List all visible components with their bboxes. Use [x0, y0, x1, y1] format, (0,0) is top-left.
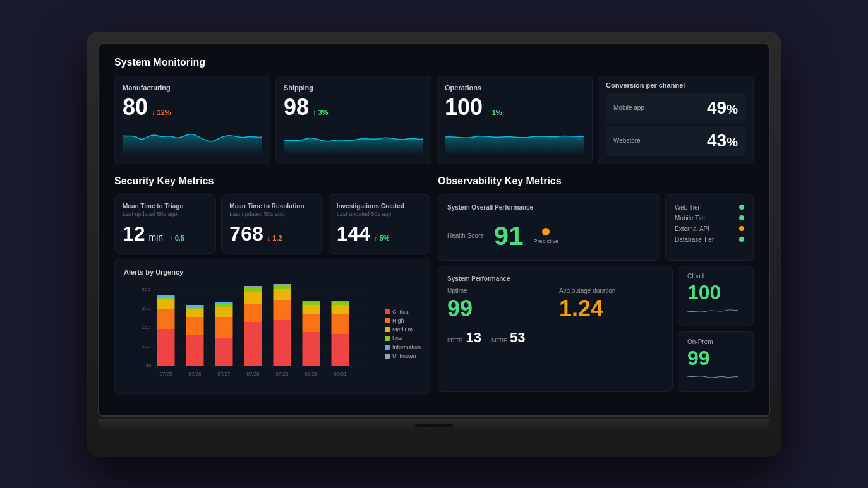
security-col: Security Key Metrics Mean Time to Triage…: [114, 176, 430, 395]
shipping-sparkline: [284, 123, 423, 155]
legend-high: High: [385, 318, 421, 324]
svg-rect-24: [215, 338, 232, 366]
svg-text:50: 50: [145, 362, 151, 368]
svg-rect-19: [186, 309, 203, 317]
webstore-conversion: Webstore 43%: [606, 126, 745, 156]
sys-perf-grid: Uptime 99 Avg outage duration 1.24: [447, 287, 663, 346]
svg-rect-55: [331, 302, 349, 305]
mttr-item: MTTR 13: [447, 330, 481, 346]
investigations-value-row: 144 ↑ 5%: [337, 222, 422, 246]
mean-resolution-change: ↓ 1.2: [267, 234, 282, 242]
operations-sparkline: [445, 123, 584, 155]
tier-list: Web Tier Mobile Tier External API: [675, 204, 744, 243]
database-tier: Database Tier: [675, 236, 744, 243]
svg-rect-31: [244, 322, 262, 366]
critical-label: Critical: [392, 309, 410, 315]
conversion-card: Conversion per channel Mobile app 49% We…: [598, 76, 754, 164]
shipping-value: 98: [284, 94, 309, 121]
manufacturing-title: Manufacturing: [123, 84, 262, 92]
svg-rect-45: [302, 332, 320, 366]
manufacturing-value: 80: [123, 94, 148, 121]
alerts-section: Alerts by Urgency 250 200 150 100: [114, 259, 430, 395]
svg-rect-15: [157, 295, 174, 295]
svg-text:150: 150: [142, 324, 150, 330]
small-metrics-row: MTTR 13 MTBF 53: [447, 330, 663, 346]
mobile-app-label: Mobile app: [613, 104, 644, 111]
external-api-tier: External API: [675, 225, 744, 232]
mttr-mtbf-row: MTTR 13 MTBF 53: [447, 330, 663, 346]
low-dot: [385, 336, 390, 341]
svg-rect-28: [215, 302, 232, 304]
cloud-onprem-col: Cloud 100 On-Prem 99: [678, 266, 754, 392]
legend-medium: Medium: [385, 326, 421, 333]
conversion-title: Conversion per channel: [606, 81, 745, 89]
mean-resolution-value: 768: [229, 222, 263, 246]
mobile-tier-dot: [739, 215, 744, 220]
avg-outage-label: Avg outage duration: [559, 287, 663, 294]
mttr-number: 13: [466, 330, 481, 345]
svg-rect-43: [273, 284, 291, 285]
svg-rect-39: [273, 300, 291, 320]
mttr-label: MTTR: [447, 337, 463, 343]
health-status-col: Predictive: [534, 228, 559, 244]
unknown-label: Unknown: [392, 353, 416, 359]
mean-triage-value: 12: [123, 222, 145, 246]
mean-resolution-value-row: 768 ↓ 1.2: [229, 222, 315, 246]
svg-text:07/25: 07/25: [159, 371, 172, 377]
investigations-value: 144: [337, 222, 370, 246]
cloud-value: 100: [687, 281, 744, 304]
laptop-notch: [415, 424, 453, 427]
svg-text:07/30: 07/30: [304, 371, 318, 377]
mean-triage-sub: Last updated 50s ago: [123, 211, 208, 217]
security-title: Security Key Metrics: [114, 176, 430, 187]
avg-outage-value: 1.24: [559, 295, 663, 322]
svg-rect-32: [244, 304, 262, 322]
svg-rect-27: [215, 304, 232, 307]
svg-text:07/28: 07/28: [246, 371, 260, 377]
mean-triage-unit: min: [149, 232, 164, 242]
operations-value-row: 100 ↑ 1%: [445, 94, 584, 121]
webstore-value: 43%: [707, 131, 738, 151]
mtbf-label: MTBF: [491, 337, 507, 343]
webstore-label: Webstore: [613, 137, 641, 144]
onprem-card: On-Prem 99: [678, 331, 754, 392]
manufacturing-value-row: 80 ↓ 12%: [123, 94, 262, 121]
operations-title: Operations: [445, 84, 584, 92]
system-monitoring-section: System Monitoring Manufacturing 80 ↓ 12%: [114, 57, 754, 164]
alerts-chart: 250 200 150 100 50: [124, 282, 377, 386]
svg-rect-10: [157, 329, 174, 366]
operations-card: Operations 100 ↑ 1%: [437, 76, 593, 164]
web-tier-label: Web Tier: [675, 204, 700, 211]
svg-rect-25: [215, 317, 232, 338]
health-score-row: Health Score 91 Predictive: [447, 221, 651, 251]
svg-rect-22: [186, 305, 203, 306]
security-cards: Mean Time to Triage Last updated 50s ago…: [114, 194, 430, 254]
uptime-value: 99: [447, 295, 552, 322]
svg-rect-38: [273, 320, 291, 366]
svg-rect-48: [302, 302, 320, 305]
shipping-value-row: 98 ↑ 3%: [284, 94, 423, 121]
svg-rect-17: [186, 335, 203, 366]
legend-critical: Critical: [385, 309, 421, 315]
manufacturing-sparkline: [123, 123, 262, 155]
investigations-card: Investigations Created Last updated 50s …: [329, 194, 430, 254]
obs-bottom-row: System Performance Uptime 99 Avg outage …: [438, 266, 754, 392]
mobile-tier-label: Mobile Tier: [675, 215, 706, 222]
svg-rect-12: [157, 299, 174, 309]
shipping-card: Shipping 98 ↑ 3%: [275, 76, 431, 164]
metrics-main-row: Security Key Metrics Mean Time to Triage…: [114, 176, 754, 395]
onprem-value: 99: [687, 347, 744, 370]
mobile-tier: Mobile Tier: [675, 215, 744, 222]
sys-perf-title: System Performance: [447, 275, 663, 282]
svg-rect-20: [186, 307, 203, 309]
sys-perf-card: System Performance Uptime 99 Avg outage …: [438, 266, 673, 392]
investigations-title: Investigations Created: [337, 203, 422, 210]
unknown-dot: [385, 354, 390, 359]
critical-dot: [385, 309, 390, 314]
external-api-label: External API: [675, 225, 709, 232]
cloud-sparkline: [687, 304, 738, 317]
legend-information: Information: [385, 344, 421, 350]
investigations-change: ↑ 5%: [374, 234, 389, 242]
database-tier-label: Database Tier: [675, 236, 714, 243]
svg-rect-54: [331, 305, 349, 314]
